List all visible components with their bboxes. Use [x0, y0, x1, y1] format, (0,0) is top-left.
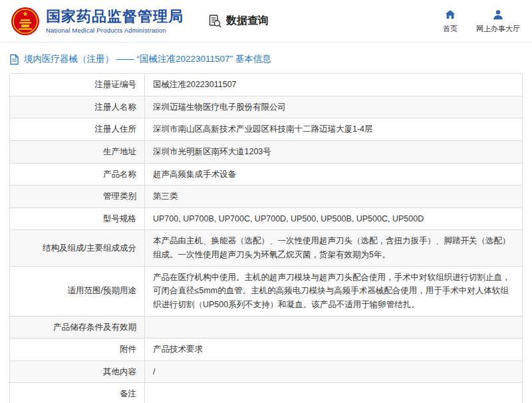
- row-value: 深圳市光明新区南环大道1203号: [145, 140, 523, 163]
- home-icon: [444, 9, 456, 21]
- row-value: 第三类: [145, 186, 523, 208]
- info-table: 注册证编号国械注准20223011507注册人名称深圳迈瑞生物医疗电子股份有限公…: [9, 73, 523, 403]
- table-row: 产品名称超声高频集成手术设备: [10, 163, 523, 186]
- table-row: 备注: [10, 383, 523, 403]
- table-row: 生产地址深圳市光明新区南环大道1203号: [10, 140, 523, 163]
- row-value: /: [145, 360, 523, 383]
- row-label: 生产地址: [10, 140, 145, 163]
- nav-home-label: 首页: [443, 24, 458, 34]
- row-value: 产品在医疗机构中使用。主机的超声刀模块与超声刀头配合使用，手术中对软组织进行切割…: [145, 266, 523, 316]
- row-value: [145, 316, 523, 338]
- table-row: 附件产品技术要求: [10, 338, 523, 361]
- table-row: 结构及组成/主要组成成分本产品由主机、换能器（选配）、一次性使用超声刀头（选配，…: [10, 230, 523, 266]
- user-icon: [492, 9, 504, 21]
- row-label: 管理类别: [10, 186, 145, 208]
- top-nav: 首页 网上办事大厅: [443, 9, 520, 34]
- brand-text: 国家药品监督管理局 National Medical Products Admi…: [46, 8, 184, 33]
- row-value: 本产品由主机、换能器（选配）、一次性使用超声刀头（选配，含扭力扳手）、脚踏开关（…: [145, 230, 523, 266]
- row-value: 超声高频集成手术设备: [145, 163, 523, 186]
- site-header: 国家药品监督管理局 National Medical Products Admi…: [0, 0, 532, 43]
- row-label: 型号规格: [10, 207, 145, 230]
- agency-title-cn: 国家药品监督管理局: [46, 8, 184, 25]
- table-row: 管理类别第三类: [10, 186, 523, 208]
- national-emblem-icon: [11, 7, 40, 36]
- data-query-nav[interactable]: 数据查询: [207, 14, 269, 29]
- row-value: 产品技术要求: [145, 338, 523, 361]
- nav-service-hall-label: 网上办事大厅: [476, 24, 520, 34]
- breadcrumb: 境内医疗器械（注册） —— “国械注准20223011507” 基本信息: [0, 43, 532, 72]
- table-row: 注册人住所深圳市南山区高新技术产业园区科技南十二路迈瑞大厦1-4层: [10, 118, 523, 141]
- row-value: 深圳迈瑞生物医疗电子股份有限公司: [145, 96, 523, 118]
- data-query-icon: [207, 14, 222, 29]
- nav-service-hall[interactable]: 网上办事大厅: [476, 9, 520, 34]
- data-query-label: 数据查询: [226, 14, 269, 28]
- row-label: 结构及组成/主要组成成分: [10, 230, 145, 266]
- table-wrap: 注册证编号国械注准20223011507注册人名称深圳迈瑞生物医疗电子股份有限公…: [0, 72, 532, 403]
- table-row: 型号规格UP700, UP700B, UP700C, UP700D, UP500…: [10, 207, 523, 230]
- table-row: 适用范围/预期用途产品在医疗机构中使用。主机的超声刀模块与超声刀头配合使用，手术…: [10, 266, 523, 316]
- page: 国家药品监督管理局 National Medical Products Admi…: [0, 0, 532, 403]
- row-value: 国械注准20223011507: [145, 74, 523, 96]
- row-label: 备注: [10, 383, 145, 403]
- row-value: UP700, UP700B, UP700C, UP700D, UP500, UP…: [145, 207, 523, 230]
- table-row: 注册人名称深圳迈瑞生物医疗电子股份有限公司: [10, 96, 523, 118]
- row-value: [145, 383, 523, 403]
- row-label: 注册人住所: [10, 118, 145, 141]
- row-label: 其他内容: [10, 360, 145, 383]
- row-label: 注册人名称: [10, 96, 145, 118]
- info-table-body: 注册证编号国械注准20223011507注册人名称深圳迈瑞生物医疗电子股份有限公…: [10, 74, 523, 403]
- document-icon: [9, 54, 19, 65]
- row-label: 产品名称: [10, 163, 145, 186]
- agency-title-en: National Medical Products Administration: [46, 27, 184, 34]
- row-label: 注册证编号: [10, 74, 145, 96]
- brand: 国家药品监督管理局 National Medical Products Admi…: [11, 7, 184, 36]
- row-label: 适用范围/预期用途: [10, 266, 145, 316]
- table-row: 其他内容/: [10, 360, 523, 383]
- nav-home[interactable]: 首页: [443, 9, 458, 34]
- row-label: 产品储存条件及有效期: [10, 316, 145, 338]
- row-value: 深圳市南山区高新技术产业园区科技南十二路迈瑞大厦1-4层: [145, 118, 523, 141]
- row-label: 附件: [10, 338, 145, 361]
- page-title: 境内医疗器械（注册） —— “国械注准20223011507” 基本信息: [24, 53, 271, 65]
- table-row: 注册证编号国械注准20223011507: [10, 74, 523, 96]
- table-row: 产品储存条件及有效期: [10, 316, 523, 338]
